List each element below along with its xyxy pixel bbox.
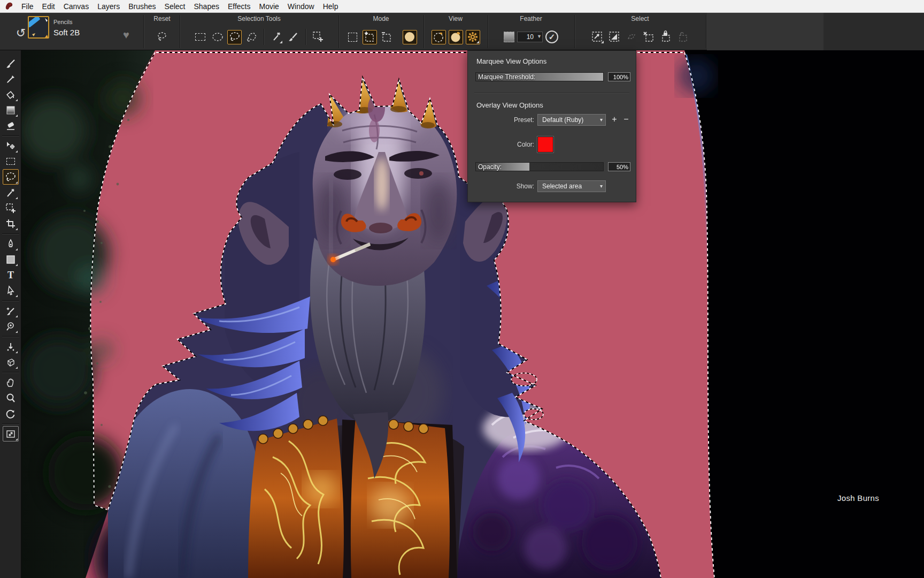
marquee-threshold-value[interactable]: 100% [608,72,630,81]
marquee-view-options-gear-icon[interactable] [466,30,480,44]
section-view: View [424,13,488,50]
shape-selection-tool[interactable] [3,283,19,298]
subtract-from-selection-icon[interactable] [380,30,394,44]
menu-file[interactable]: File [17,1,38,12]
add-to-selection-icon[interactable] [363,30,377,44]
apply-feather-button[interactable]: ✓ [545,31,558,43]
lock-selection-icon[interactable] [659,30,673,44]
replace-selection-icon[interactable] [345,30,360,44]
divider [143,15,144,48]
unlock-selection-icon[interactable] [676,30,690,44]
menu-shapes[interactable]: Shapes [189,1,223,12]
section-reset: Reset [144,13,180,50]
lasso-tool[interactable] [3,169,19,185]
chevron-down-icon: ▾ [600,183,603,189]
menu-help[interactable]: Help [319,1,343,12]
svg-text:T: T [7,270,13,280]
layer-adjuster-tool[interactable] [3,138,19,154]
rectangular-selection-tool[interactable] [3,154,19,169]
preset-value: Default (Ruby) [542,116,583,124]
menu-effects[interactable]: Effects [224,1,255,12]
section-selection-tools-label: Selection Tools [180,15,338,22]
show-label: Show: [475,182,534,190]
perspective-guides-tool[interactable] [3,354,19,370]
cloner-tool[interactable] [3,303,19,318]
overlay-options-title: Overlay View Options [476,101,543,109]
dropper-tool[interactable] [3,71,19,87]
pen-tool[interactable] [3,236,19,252]
menu-brushes[interactable]: Brushes [124,1,160,12]
feather-dropdown-icon[interactable]: ▼ [537,34,542,39]
marquee-view-options-panel: Marquee View Options Marquee Threshold: … [467,50,636,202]
preset-label: Preset: [475,116,534,124]
overlay-view-icon[interactable] [449,30,463,44]
oval-selection-icon[interactable] [210,30,225,44]
crop-tool[interactable] [3,216,19,231]
reset-brush-icon[interactable]: ↺ [14,27,28,41]
navigator-tool[interactable] [3,426,19,442]
divider [264,29,264,45]
overlay-color-swatch[interactable] [537,136,553,153]
paint-bucket-tool[interactable] [3,87,19,102]
painter-window: File Edit Canvas Layers Brushes Select S… [0,0,924,578]
brush-tool[interactable] [3,56,19,71]
section-select: Select [574,13,706,50]
rectangular-shape-tool[interactable] [3,252,19,267]
eraser-tool[interactable] [3,118,19,133]
opacity-slider[interactable]: Opacity: [475,162,604,171]
brush-selector: ↺ Pencils Soft 2B ♥ [13,13,143,50]
clone-source-tool[interactable] [3,318,19,334]
mirror-painting-tool[interactable] [3,339,19,354]
painter-logo-icon [4,2,14,11]
divider [305,29,306,45]
menu-canvas[interactable]: Canvas [59,1,93,12]
transform-selection-icon[interactable] [590,30,605,44]
marquee-threshold-slider[interactable]: Marquee Threshold: [475,72,604,81]
section-feather-label: Feather [488,15,574,22]
rectangular-selection-icon[interactable] [193,30,207,44]
grabber-hand-tool[interactable] [3,375,19,390]
section-mode-label: Mode [338,15,424,22]
magic-wand-tool[interactable] [3,185,19,200]
menu-layers[interactable]: Layers [93,1,124,12]
antialias-toggle-icon[interactable] [403,30,417,44]
menu-bar: File Edit Canvas Layers Brushes Select S… [0,0,924,13]
selection-brush-icon[interactable] [286,30,301,44]
text-tool[interactable]: T [3,267,19,283]
selection-adjuster-tool[interactable] [3,200,19,216]
menu-window[interactable]: Window [283,1,319,12]
divider [2,300,19,301]
property-bar: ↺ Pencils Soft 2B ♥ Reset [0,13,924,50]
section-selection-tools: Selection Tools [180,13,338,50]
reset-tool-button[interactable] [155,30,170,44]
magnifier-tool[interactable] [3,390,19,406]
menu-movie[interactable]: Movie [255,1,283,12]
divider [474,93,629,93]
show-dropdown[interactable]: Selected area ▾ [537,180,606,192]
divider [2,372,19,372]
rotate-page-tool[interactable] [3,406,19,421]
selection-to-layer-icon[interactable] [607,30,622,44]
toolbar-empty-panel-2 [823,13,924,50]
new-selection-icon[interactable] [311,30,325,44]
polygonal-selection-icon[interactable] [244,30,259,44]
add-preset-button[interactable]: + [610,115,619,124]
convert-to-shape-icon[interactable] [625,30,639,44]
lasso-tool-icon[interactable] [227,30,242,44]
remove-preset-button[interactable]: − [622,115,630,124]
feather-icon [504,32,514,42]
marching-ants-view-icon[interactable] [432,30,446,44]
menu-edit[interactable]: Edit [38,1,59,12]
magic-wand-icon[interactable] [269,30,283,44]
color-label: Color: [475,141,534,148]
toolbox: T [0,50,21,578]
brush-category-label: Pencils [53,19,72,25]
heart-icon[interactable]: ♥ [123,29,129,41]
opacity-value[interactable]: 50% [608,162,630,171]
gradient-tool[interactable] [3,102,19,118]
preset-dropdown[interactable]: Default (Ruby) ▾ [537,114,606,126]
brush-variant-thumbnail[interactable] [28,16,49,39]
deselect-icon[interactable] [642,30,656,44]
marquee-threshold-label: Marquee Threshold: [478,73,535,81]
menu-select[interactable]: Select [160,1,190,12]
